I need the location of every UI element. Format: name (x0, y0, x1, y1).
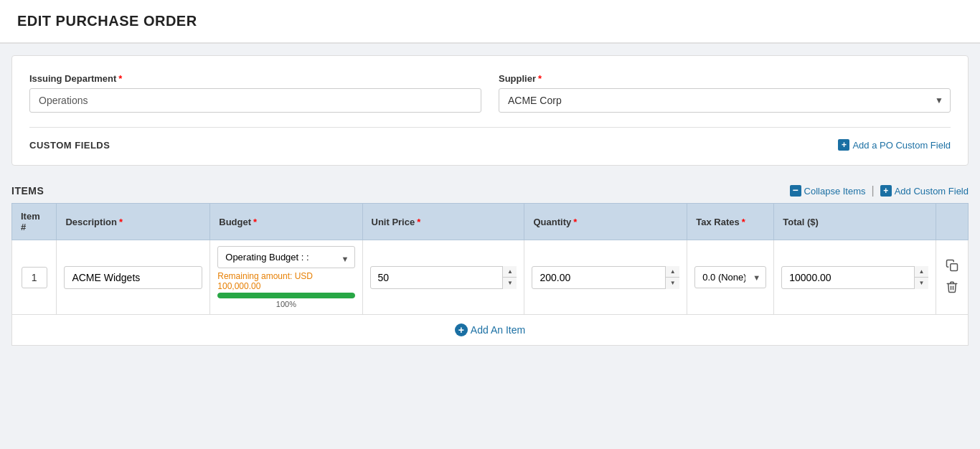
description-cell (57, 240, 210, 315)
quantity-spinner-arrows: ▲ ▼ (665, 266, 679, 289)
total-cell: ▲ ▼ (774, 240, 936, 315)
plus-box-icon: + (838, 139, 849, 151)
custom-fields-row: CUSTOM FIELDS + Add a PO Custom Field (29, 139, 951, 151)
unit-price-spinner-wrapper: ▲ ▼ (370, 266, 517, 289)
tax-select-wrapper: 0.0 (None) ▼ (694, 266, 766, 288)
add-po-custom-field-link[interactable]: + Add a PO Custom Field (838, 139, 951, 151)
delete-row-button[interactable] (943, 278, 961, 298)
required-unit-price: * (417, 217, 420, 227)
items-header: ITEMS − Collapse Items | + Add Custom Fi… (11, 177, 969, 203)
budget-select[interactable]: Operating Budget : : (217, 246, 354, 268)
quantity-down-button[interactable]: ▼ (666, 278, 679, 289)
unit-price-input[interactable] (370, 266, 517, 289)
add-item-row: + Add An Item (11, 315, 969, 346)
duplicate-row-button[interactable] (943, 257, 961, 277)
add-item-label: Add An Item (471, 324, 525, 336)
add-po-custom-field-label: Add a PO Custom Field (852, 140, 951, 151)
quantity-up-button[interactable]: ▲ (666, 266, 679, 278)
add-item-link[interactable]: + Add An Item (455, 323, 525, 336)
pipe-divider: | (872, 184, 875, 197)
issuing-department-label: Issuing Department* (29, 73, 481, 84)
budget-cell: Operating Budget : : ▼ Remaining amount:… (210, 240, 362, 315)
budget-dropdown-wrapper: Operating Budget : : ▼ (217, 246, 354, 271)
supplier-label: Supplier* (499, 73, 951, 84)
form-card: Issuing Department* Supplier* ACME Corp … (11, 55, 969, 166)
required-budget: * (253, 217, 257, 227)
remaining-amount: Remaining amount: USD 100,000.00 (217, 271, 354, 291)
issuing-department-group: Issuing Department* (29, 73, 481, 113)
add-custom-field-items-label: Add Custom Field (895, 186, 969, 197)
col-header-total: Total ($) (774, 204, 936, 240)
required-star-supplier: * (538, 73, 542, 84)
total-input-wrapper: ▲ ▼ (781, 266, 928, 289)
supplier-select-wrapper: ACME Corp Other Supplier ▼ (499, 88, 951, 113)
total-arrows: ▲ ▼ (914, 266, 928, 289)
svg-rect-0 (951, 263, 958, 270)
issuing-department-input[interactable] (29, 88, 481, 113)
total-up-button[interactable]: ▲ (915, 266, 928, 278)
tax-select[interactable]: 0.0 (None) (694, 266, 766, 288)
add-circle-icon: + (455, 323, 468, 336)
unit-price-spinner-arrows: ▲ ▼ (502, 266, 517, 289)
quantity-cell: ▲ ▼ (524, 240, 687, 315)
collapse-items-link[interactable]: − Collapse Items (790, 185, 866, 197)
items-actions: − Collapse Items | + Add Custom Field (790, 184, 969, 197)
required-quantity: * (573, 217, 577, 227)
percent-text: 100% (217, 300, 354, 308)
supplier-group: Supplier* ACME Corp Other Supplier ▼ (499, 73, 951, 113)
items-table: Item # Description* Budget* Unit Price* … (11, 203, 969, 315)
collapse-items-label: Collapse Items (804, 186, 866, 197)
form-divider (29, 127, 951, 128)
col-header-item-num: Item # (12, 204, 57, 240)
unit-price-cell: ▲ ▼ (362, 240, 524, 315)
items-title: ITEMS (11, 185, 44, 197)
add-custom-field-items-link[interactable]: + Add Custom Field (880, 185, 969, 197)
table-row: 1 Operating Budget : : ▼ Remaining amoun… (12, 240, 969, 315)
minus-box-icon: − (790, 185, 801, 197)
total-input[interactable] (781, 266, 928, 289)
col-header-budget: Budget* (210, 204, 362, 240)
tax-rates-cell: 0.0 (None) ▼ (687, 240, 774, 315)
quantity-input[interactable] (532, 266, 679, 289)
table-header-row: Item # Description* Budget* Unit Price* … (12, 204, 969, 240)
progress-bar-wrapper (217, 293, 354, 298)
col-header-unit-price: Unit Price* (362, 204, 524, 240)
page-header: EDIT PURCHASE ORDER (0, 0, 980, 44)
col-header-quantity: Quantity* (524, 204, 687, 240)
form-row-main: Issuing Department* Supplier* ACME Corp … (29, 73, 951, 113)
col-header-actions (936, 204, 968, 240)
custom-fields-label: CUSTOM FIELDS (29, 140, 110, 151)
required-star: * (118, 73, 122, 84)
unit-price-up-button[interactable]: ▲ (503, 266, 517, 278)
required-desc: * (119, 217, 123, 227)
required-tax: * (742, 217, 745, 227)
page-title: EDIT PURCHASE ORDER (17, 13, 963, 29)
action-icons-cell (936, 240, 968, 315)
items-section: ITEMS − Collapse Items | + Add Custom Fi… (11, 177, 969, 346)
item-number-cell: 1 (12, 240, 57, 315)
plus-box-icon-items: + (880, 185, 892, 197)
unit-price-down-button[interactable]: ▼ (503, 278, 517, 289)
progress-bar-fill (217, 293, 354, 298)
col-header-tax-rates: Tax Rates* (687, 204, 774, 240)
description-input[interactable] (64, 266, 202, 289)
quantity-spinner-wrapper: ▲ ▼ (532, 266, 679, 289)
supplier-select[interactable]: ACME Corp Other Supplier (499, 88, 951, 113)
item-number-box: 1 (22, 267, 47, 288)
total-down-button[interactable]: ▼ (915, 278, 928, 289)
col-header-description: Description* (57, 204, 210, 240)
